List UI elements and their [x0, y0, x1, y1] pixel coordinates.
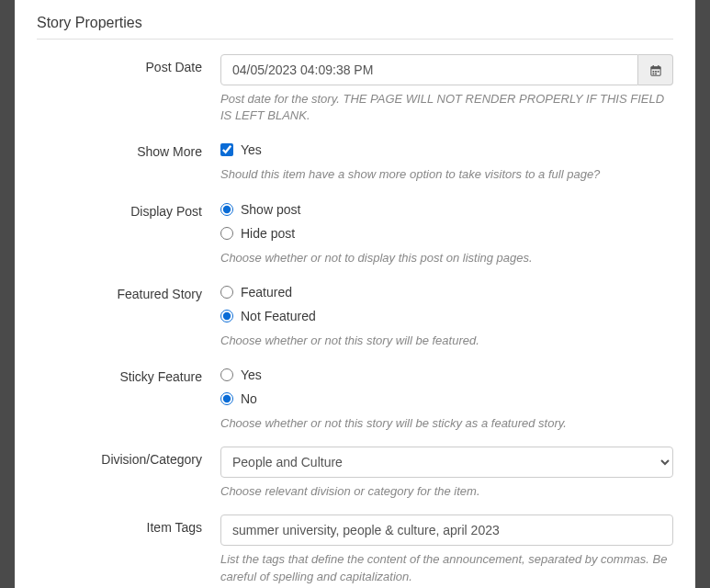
featured-label[interactable]: Featured [241, 285, 292, 300]
featured-story-row: Featured Story Featured Not Featured Cho… [37, 281, 673, 349]
show-more-option-label[interactable]: Yes [241, 142, 262, 157]
display-post-hide-radio[interactable] [220, 227, 233, 240]
not-featured-label[interactable]: Not Featured [241, 309, 316, 323]
show-more-checkbox[interactable] [220, 143, 233, 156]
display-post-show-radio[interactable] [220, 203, 233, 216]
post-date-row: Post Date [37, 54, 673, 124]
sticky-feature-row: Sticky Feature Yes No Choose whether or … [37, 364, 673, 432]
sticky-no-label[interactable]: No [241, 391, 257, 406]
display-post-show-label[interactable]: Show post [241, 202, 300, 217]
featured-help: Choose whether or not this story will be… [220, 333, 673, 349]
display-post-hide-label[interactable]: Hide post [241, 226, 295, 241]
svg-rect-3 [658, 65, 659, 68]
sticky-yes-radio[interactable] [220, 368, 233, 381]
calendar-icon [650, 64, 661, 75]
sticky-feature-label: Sticky Feature [37, 364, 220, 432]
svg-rect-8 [655, 74, 657, 75]
division-row: Division/Category People and Culture Cho… [37, 447, 673, 500]
item-tags-input[interactable] [220, 514, 673, 546]
display-post-row: Display Post Show post Hide post Choose … [37, 198, 673, 266]
post-date-label: Post Date [37, 54, 220, 124]
section-title: Story Properties [37, 0, 673, 40]
display-post-help: Choose whether or not to display this po… [220, 250, 673, 266]
svg-rect-2 [652, 65, 653, 68]
svg-rect-7 [652, 74, 654, 75]
svg-rect-5 [655, 71, 657, 73]
svg-rect-1 [650, 67, 659, 70]
featured-story-label: Featured Story [37, 281, 220, 349]
show-more-row: Show More Yes Should this item have a sh… [37, 139, 673, 183]
division-help: Choose relevant division or category for… [220, 483, 673, 500]
item-tags-label: Item Tags [37, 514, 220, 584]
item-tags-row: Item Tags List the tags that define the … [37, 514, 673, 584]
division-label: Division/Category [37, 447, 220, 500]
sticky-yes-label[interactable]: Yes [241, 368, 262, 382]
sticky-no-radio[interactable] [220, 392, 233, 405]
show-more-label: Show More [37, 139, 220, 183]
display-post-label: Display Post [37, 198, 220, 266]
division-select[interactable]: People and Culture [220, 447, 673, 478]
date-picker-button[interactable] [638, 54, 673, 85]
post-date-input[interactable] [220, 54, 638, 85]
item-tags-help: List the tags that define the content of… [220, 551, 673, 584]
featured-radio[interactable] [220, 286, 233, 299]
svg-rect-6 [657, 71, 659, 73]
show-more-help: Should this item have a show more option… [220, 166, 673, 183]
story-properties-panel: Story Properties Post Date [15, 0, 695, 588]
post-date-help: Post date for the story. THE PAGE WILL N… [220, 91, 673, 124]
svg-rect-4 [652, 71, 654, 73]
not-featured-radio[interactable] [220, 310, 233, 322]
sticky-help: Choose whether or not this story will be… [220, 415, 673, 432]
